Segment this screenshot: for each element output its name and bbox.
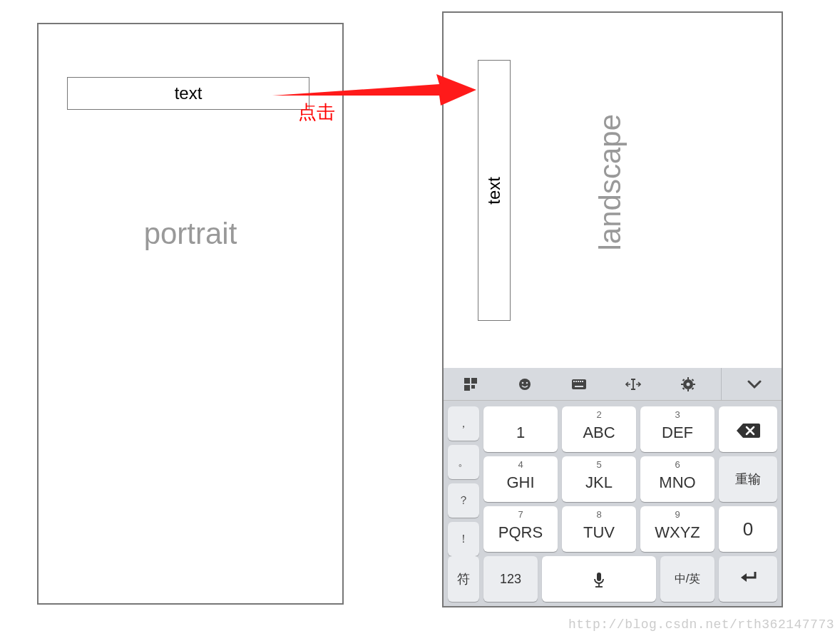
- key-8-tuv[interactable]: 8TUV: [562, 506, 636, 552]
- svg-rect-12: [582, 381, 583, 382]
- grid-icon[interactable]: [449, 368, 492, 400]
- key-6-mno[interactable]: 6MNO: [640, 456, 714, 502]
- svg-rect-19: [693, 384, 695, 385]
- svg-rect-24: [597, 573, 601, 581]
- svg-point-5: [522, 381, 524, 384]
- input-landscape-text: text: [484, 177, 504, 205]
- svg-rect-3: [471, 385, 475, 389]
- key-0[interactable]: 0: [719, 506, 777, 552]
- symbol-key-period[interactable]: 。: [448, 445, 479, 479]
- svg-rect-20: [682, 379, 685, 381]
- key-5-jkl[interactable]: 5JKL: [562, 456, 636, 502]
- svg-rect-17: [687, 389, 689, 391]
- key-voice[interactable]: [542, 556, 656, 602]
- svg-rect-9: [575, 381, 577, 382]
- svg-rect-10: [578, 381, 579, 382]
- keyboard-main-grid: 1 2ABC 3DEF 4GHI 5JKL 6MNO 7PQRS 8TUV 9W…: [483, 406, 714, 602]
- keyboard-icon[interactable]: [558, 368, 600, 400]
- transition-arrow: [270, 74, 476, 106]
- svg-point-4: [519, 379, 531, 390]
- key-reinput[interactable]: 重输: [719, 456, 777, 502]
- mic-icon: [593, 572, 605, 593]
- key-backspace[interactable]: [719, 406, 777, 452]
- svg-rect-11: [580, 381, 581, 382]
- svg-rect-0: [464, 378, 470, 384]
- symbol-key-comma[interactable]: ，: [448, 406, 479, 441]
- cursor-icon[interactable]: [612, 368, 655, 400]
- svg-rect-13: [575, 386, 583, 387]
- keyboard-right-column: 重输 0: [719, 406, 777, 602]
- gear-icon[interactable]: [667, 368, 710, 400]
- orientation-label-landscape: landscape: [593, 61, 628, 304]
- key-9-wxyz[interactable]: 9WXYZ: [640, 506, 714, 552]
- symbol-key-question[interactable]: ？: [448, 483, 479, 518]
- keyboard-symbol-column: ， 。 ？ ！: [448, 406, 479, 552]
- key-symbols[interactable]: 符: [448, 556, 479, 602]
- orientation-label-portrait: portrait: [39, 217, 342, 251]
- key-7-pqrs[interactable]: 7PQRS: [483, 506, 558, 552]
- emoji-icon[interactable]: [503, 368, 546, 400]
- soft-keyboard: ， 。 ？ ！ 1 2ABC 3DEF 4GHI 5JKL 6MNO 7PQRS: [444, 368, 782, 606]
- key-enter[interactable]: [719, 556, 777, 602]
- key-lang-toggle[interactable]: 中/英: [660, 556, 714, 602]
- svg-rect-16: [687, 377, 689, 379]
- symbol-key-exclaim[interactable]: ！: [448, 522, 479, 556]
- toolbar-separator: [721, 368, 722, 400]
- enter-icon: [738, 570, 758, 588]
- svg-rect-22: [691, 379, 694, 381]
- svg-point-15: [686, 382, 690, 386]
- text-input-landscape[interactable]: text: [478, 60, 511, 321]
- watermark: http://blog.csdn.net/rth362147773: [568, 617, 834, 632]
- landscape-phone-frame: text landscape: [442, 11, 783, 607]
- key-3-def[interactable]: 3DEF: [640, 406, 714, 452]
- keyboard-body: ， 。 ？ ！ 1 2ABC 3DEF 4GHI 5JKL 6MNO 7PQRS: [444, 401, 782, 606]
- svg-point-6: [526, 381, 528, 384]
- svg-rect-21: [691, 387, 694, 390]
- collapse-keyboard-icon[interactable]: [733, 368, 776, 400]
- svg-rect-18: [681, 384, 683, 385]
- key-1[interactable]: 1: [483, 406, 558, 452]
- svg-rect-23: [682, 387, 685, 390]
- key-123[interactable]: 123: [483, 556, 538, 602]
- key-4-ghi[interactable]: 4GHI: [483, 456, 558, 502]
- keyboard-toolbar: [444, 368, 782, 401]
- svg-rect-2: [464, 385, 470, 391]
- svg-rect-8: [573, 381, 575, 382]
- backspace-icon: [736, 422, 760, 443]
- key-2-abc[interactable]: 2ABC: [562, 406, 636, 452]
- svg-rect-1: [471, 378, 477, 384]
